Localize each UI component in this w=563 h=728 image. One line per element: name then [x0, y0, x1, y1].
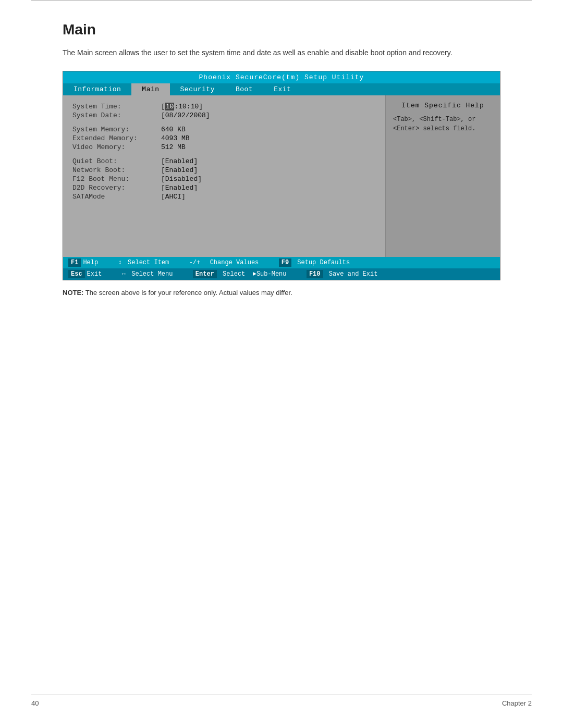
- note-content: The screen above is for your reference o…: [85, 289, 292, 297]
- symbol-plusminus: -/+: [189, 259, 208, 266]
- field-network-boot: Network Boot: [Enabled]: [72, 166, 376, 174]
- footer-chapter: Chapter 2: [502, 699, 532, 707]
- value-extended-memory: 4093 MB: [161, 134, 190, 142]
- highlight-hour: 10: [165, 103, 175, 110]
- key-f9-desc: Setup Defaults: [293, 259, 350, 266]
- field-quiet-boot: Quiet Boot: [Enabled]: [72, 157, 376, 165]
- value-d2d-recovery[interactable]: [Enabled]: [161, 184, 198, 192]
- nav-item-boot[interactable]: Boot: [225, 83, 263, 95]
- bios-fields-panel: System Time: [10:10:10] System Date: [08…: [63, 95, 385, 257]
- value-network-boot[interactable]: [Enabled]: [161, 166, 198, 174]
- field-extended-memory: Extended Memory: 4093 MB: [72, 134, 376, 142]
- bios-bottom-bar: F1 Help ↕ Select Item -/+ Change Values …: [63, 257, 500, 280]
- page-title: Main: [63, 21, 532, 38]
- field-satamode: SATAMode [AHCI]: [72, 193, 376, 201]
- bios-content-area: System Time: [10:10:10] System Date: [08…: [63, 95, 500, 257]
- label-quiet-boot: Quiet Boot:: [72, 157, 161, 165]
- key-enter: Enter: [193, 270, 217, 278]
- label-extended-memory: Extended Memory:: [72, 134, 161, 142]
- key-select-menu-desc: Select Menu: [131, 270, 180, 278]
- field-system-time: System Time: [10:10:10]: [72, 103, 376, 110]
- symbol-updown: ↕: [118, 259, 126, 266]
- value-satamode[interactable]: [AHCI]: [161, 193, 186, 201]
- note-label: NOTE:: [63, 289, 83, 297]
- bios-bottom-row-1: F1 Help ↕ Select Item -/+ Change Values …: [63, 257, 500, 268]
- bios-help-panel: Item Specific Help <Tab>, <Shift-Tab>, o…: [385, 95, 500, 257]
- label-video-memory: Video Memory:: [72, 143, 161, 151]
- field-f12-boot-menu: F12 Boot Menu: [Disabled]: [72, 175, 376, 183]
- note: NOTE: The screen above is for your refer…: [63, 288, 500, 298]
- value-video-memory: 512 MB: [161, 143, 186, 151]
- field-d2d-recovery: D2D Recovery: [Enabled]: [72, 184, 376, 192]
- label-system-date: System Date:: [72, 112, 161, 119]
- bios-bottom-row-2: Esc Exit ↔ Select Menu Enter Select ►Sub…: [63, 268, 500, 280]
- value-system-memory: 640 KB: [161, 126, 186, 133]
- key-f1: F1: [68, 258, 81, 267]
- bios-screen: Phoenix SecureCore(tm) Setup Utility Inf…: [63, 71, 500, 280]
- footer-page-number: 40: [31, 699, 39, 707]
- nav-item-main[interactable]: Main: [131, 83, 169, 95]
- key-enter-desc: Select ►Sub-Menu: [219, 270, 294, 278]
- value-system-date[interactable]: [08/02/2008]: [161, 112, 210, 119]
- field-system-memory: System Memory: 640 KB: [72, 126, 376, 133]
- bios-nav: Information Main Security Boot Exit: [63, 83, 500, 95]
- label-system-time: System Time:: [72, 103, 161, 110]
- page-footer: 40 Chapter 2: [31, 695, 532, 707]
- help-title: Item Specific Help: [393, 102, 493, 109]
- value-system-time[interactable]: [10:10:10]: [161, 103, 203, 110]
- field-system-date: System Date: [08/02/2008]: [72, 112, 376, 119]
- value-quiet-boot[interactable]: [Enabled]: [161, 157, 198, 165]
- key-select-item-desc: Select Item: [128, 259, 177, 266]
- value-f12-boot-menu[interactable]: [Disabled]: [161, 175, 202, 183]
- label-f12-boot-menu: F12 Boot Menu:: [72, 175, 161, 183]
- label-satamode: SATAMode: [72, 193, 161, 201]
- key-esc-desc: Exit: [87, 270, 109, 278]
- help-text: <Tab>, <Shift-Tab>, or<Enter> selects fi…: [393, 115, 493, 133]
- key-f10-desc: Save and Exit: [325, 270, 378, 278]
- label-d2d-recovery: D2D Recovery:: [72, 184, 161, 192]
- key-f1-desc: Help: [83, 259, 105, 266]
- page-description: The Main screen allows the user to set t…: [63, 47, 500, 58]
- nav-item-information[interactable]: Information: [63, 83, 131, 95]
- key-f9: F9: [279, 258, 291, 267]
- field-video-memory: Video Memory: 512 MB: [72, 143, 376, 151]
- bios-title-bar: Phoenix SecureCore(tm) Setup Utility: [63, 71, 500, 83]
- symbol-leftright: ↔: [122, 270, 129, 278]
- label-network-boot: Network Boot:: [72, 166, 161, 174]
- nav-item-security[interactable]: Security: [170, 83, 225, 95]
- key-esc: Esc: [68, 270, 85, 278]
- key-change-values-desc: Change Values: [210, 259, 266, 266]
- label-system-memory: System Memory:: [72, 126, 161, 133]
- nav-item-exit[interactable]: Exit: [263, 83, 301, 95]
- key-f10: F10: [307, 270, 323, 278]
